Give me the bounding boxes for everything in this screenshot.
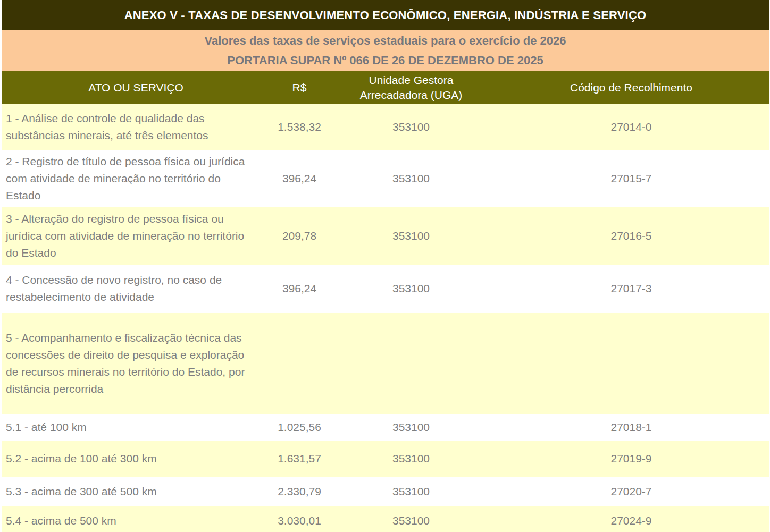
- cell-uga: 353100: [329, 104, 493, 150]
- annex-title-band: ANEXO V - TAXAS DE DESENVOLVIMENTO ECONÔ…: [2, 0, 769, 30]
- table-row: 3 - Alteração do registro de pessoa físi…: [2, 207, 769, 265]
- column-header-ato: ATO OU SERVIÇO: [2, 71, 270, 104]
- cell-valor-reais: [270, 313, 329, 414]
- cell-valor-reais: 396,24: [270, 265, 329, 313]
- cell-ato-ou-servico: 5.4 - acima de 500 km: [2, 506, 270, 532]
- cell-uga: 353100: [329, 207, 493, 265]
- table-row: 5.4 - acima de 500 km 3.030,01 353100 27…: [2, 506, 769, 532]
- cell-valor-reais: 1.025,56: [270, 414, 329, 441]
- cell-codigo-recolhimento: 27016-5: [493, 207, 769, 265]
- cell-valor-reais: 396,24: [270, 150, 329, 207]
- column-header-codigo: Código de Recolhimento: [493, 71, 769, 104]
- cell-uga: 353100: [329, 441, 493, 477]
- cell-ato-ou-servico: 5.1 - até 100 km: [2, 414, 270, 441]
- column-header-uga: Unidade Gestora Arrecadadora (UGA): [329, 71, 493, 104]
- cell-uga: 353100: [329, 150, 493, 207]
- cell-uga: 353100: [329, 506, 493, 532]
- table-row: 5 - Acompanhamento e fiscalização técnic…: [2, 313, 769, 414]
- column-header-valor: R$: [270, 71, 329, 104]
- subtitle-line1: Valores das taxas de serviços estaduais …: [2, 31, 769, 50]
- cell-valor-reais: 1.631,57: [270, 441, 329, 477]
- cell-codigo-recolhimento: 27017-3: [493, 265, 769, 313]
- cell-codigo-recolhimento: 27018-1: [493, 414, 769, 441]
- cell-valor-reais: 2.330,79: [270, 477, 329, 506]
- cell-ato-ou-servico: 4 - Concessão de novo registro, no caso …: [2, 265, 270, 313]
- cell-codigo-recolhimento: 27015-7: [493, 150, 769, 207]
- cell-ato-ou-servico: 5 - Acompanhamento e fiscalização técnic…: [2, 313, 270, 414]
- cell-codigo-recolhimento: 27014-0: [493, 104, 769, 150]
- cell-codigo-recolhimento: 27019-9: [493, 441, 769, 477]
- subtitle-band: Valores das taxas de serviços estaduais …: [2, 30, 769, 71]
- table-row: 4 - Concessão de novo registro, no caso …: [2, 265, 769, 313]
- table-row: 5.3 - acima de 300 até 500 km 2.330,79 3…: [2, 477, 769, 506]
- cell-codigo-recolhimento: 27020-7: [493, 477, 769, 506]
- cell-codigo-recolhimento: 27024-9: [493, 506, 769, 532]
- table-row: 1 - Análise de controle de qualidade das…: [2, 104, 769, 150]
- cell-codigo-recolhimento: [493, 313, 769, 414]
- table-row: 2 - Registro de título de pessoa física …: [2, 150, 769, 207]
- cell-ato-ou-servico: 5.2 - acima de 100 até 300 km: [2, 441, 270, 477]
- table-body: 1 - Análise de controle de qualidade das…: [2, 104, 769, 532]
- table-header-row: ATO OU SERVIÇO R$ Unidade Gestora Arreca…: [2, 71, 769, 104]
- cell-valor-reais: 3.030,01: [270, 506, 329, 532]
- cell-uga: 353100: [329, 265, 493, 313]
- cell-uga: 353100: [329, 414, 493, 441]
- cell-valor-reais: 1.538,32: [270, 104, 329, 150]
- table-row: 5.2 - acima de 100 até 300 km 1.631,57 3…: [2, 441, 769, 477]
- cell-ato-ou-servico: 5.3 - acima de 300 até 500 km: [2, 477, 270, 506]
- document-page: ANEXO V - TAXAS DE DESENVOLVIMENTO ECONÔ…: [2, 0, 769, 532]
- cell-ato-ou-servico: 2 - Registro de título de pessoa física …: [2, 150, 270, 207]
- cell-valor-reais: 209,78: [270, 207, 329, 265]
- annex-title: ANEXO V - TAXAS DE DESENVOLVIMENTO ECONÔ…: [124, 9, 647, 22]
- subtitle-line2: PORTARIA SUPAR Nº 066 DE 26 DE DEZEMBRO …: [2, 50, 769, 70]
- cell-ato-ou-servico: 3 - Alteração do registro de pessoa físi…: [2, 207, 270, 265]
- cell-uga: 353100: [329, 477, 493, 506]
- cell-uga: [329, 313, 493, 414]
- cell-ato-ou-servico: 1 - Análise de controle de qualidade das…: [2, 104, 270, 150]
- table-row: 5.1 - até 100 km 1.025,56 353100 27018-1: [2, 414, 769, 441]
